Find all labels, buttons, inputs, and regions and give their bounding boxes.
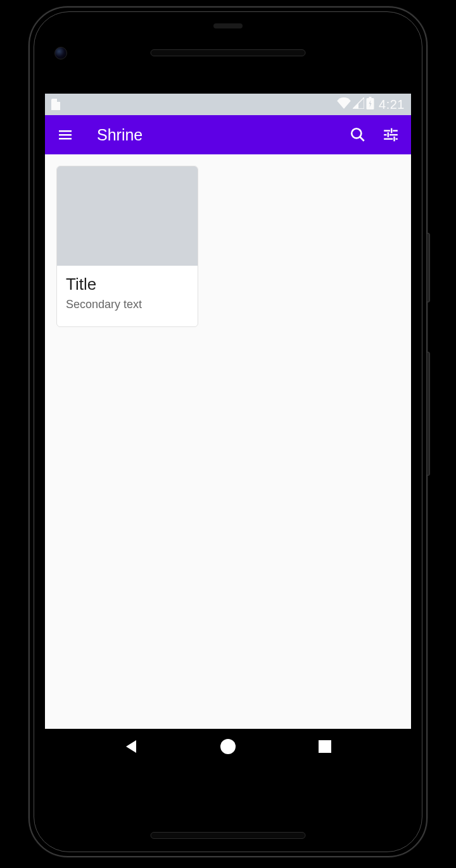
back-triangle-icon [124,739,138,754]
earpiece [213,23,243,28]
card-body: Title Secondary text [57,266,198,318]
menu-button[interactable] [56,126,74,144]
svg-rect-11 [390,134,398,135]
svg-rect-7 [384,130,390,131]
screen: 4:21 Shrine Title Secondary text [45,94,411,729]
search-button[interactable] [349,126,367,144]
battery-charging-icon [366,97,374,112]
svg-rect-17 [319,740,331,753]
svg-point-16 [220,739,236,754]
search-icon [350,127,366,143]
content-area[interactable]: Title Secondary text [45,154,411,338]
speaker-top [151,49,306,56]
volume-rocker[interactable] [426,352,430,476]
svg-rect-8 [393,130,398,131]
back-button[interactable] [118,734,144,759]
svg-line-6 [360,137,364,141]
home-button[interactable] [215,734,241,759]
navigation-bar [45,729,411,764]
recents-button[interactable] [312,734,338,759]
recents-square-icon [318,740,332,753]
status-clock: 4:21 [379,97,405,112]
card-secondary-text: Secondary text [66,298,189,311]
svg-rect-1 [369,97,372,99]
front-camera [54,47,67,59]
filter-button[interactable] [382,126,400,144]
app-title: Shrine [97,126,349,144]
svg-rect-9 [391,128,392,133]
status-bar: 4:21 [45,94,411,115]
tune-icon [383,127,399,143]
card-title: Title [66,275,189,294]
status-bar-left [51,99,60,110]
sd-card-icon [51,99,60,110]
speaker-bottom [151,832,306,839]
app-bar: Shrine [45,115,411,154]
svg-rect-12 [388,132,389,137]
svg-rect-4 [59,138,72,140]
svg-rect-15 [393,137,395,142]
status-bar-right: 4:21 [337,97,405,112]
menu-icon [58,127,73,142]
product-card[interactable]: Title Secondary text [56,166,198,327]
home-circle-icon [220,738,236,755]
wifi-icon [337,97,351,111]
power-button[interactable] [426,233,430,302]
card-media-placeholder [57,166,198,266]
svg-point-5 [352,128,361,138]
cell-signal-icon [353,97,364,111]
svg-rect-10 [384,134,386,135]
svg-rect-14 [396,138,398,139]
svg-rect-13 [384,138,393,139]
svg-rect-3 [59,134,72,136]
svg-rect-2 [59,130,72,132]
